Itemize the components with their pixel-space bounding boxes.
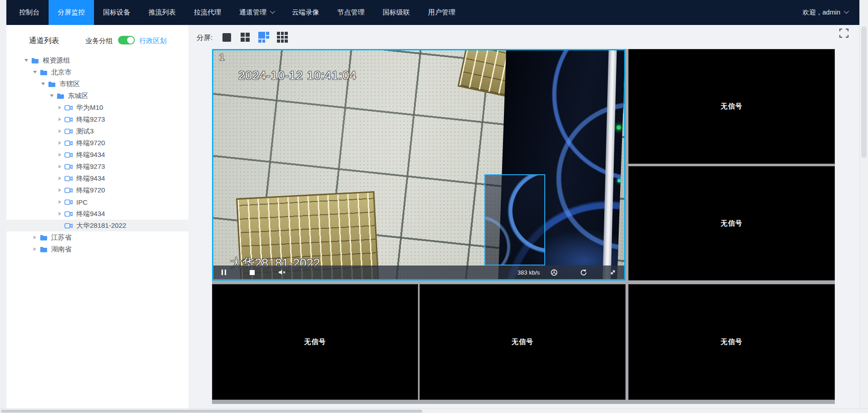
caret-collapsed-icon bbox=[59, 188, 61, 192]
tree-row[interactable]: 终端9273 bbox=[6, 161, 188, 172]
user-menu[interactable]: 欢迎，admin bbox=[803, 0, 859, 25]
split-mode-button[interactable] bbox=[240, 32, 251, 43]
nav-item[interactable]: 用户管理 bbox=[419, 0, 464, 25]
tree-row[interactable]: 湖南省 bbox=[6, 243, 188, 255]
caret-icon[interactable] bbox=[56, 165, 64, 168]
nav-item[interactable]: 拉流代理 bbox=[185, 0, 230, 25]
no-signal-label: 无信号 bbox=[304, 338, 326, 346]
video-cell-6[interactable]: 无信号 bbox=[628, 284, 835, 400]
node-icon-slot bbox=[64, 187, 73, 193]
split-mode-button[interactable] bbox=[258, 32, 269, 43]
nav-item[interactable]: 控制台 bbox=[10, 0, 49, 25]
nav-item[interactable]: 云端录像 bbox=[283, 0, 328, 25]
snapshot-button[interactable] bbox=[551, 269, 557, 276]
mute-icon bbox=[278, 270, 286, 275]
video-cell-2[interactable]: 无信号 bbox=[628, 49, 835, 164]
tree-row[interactable]: 北京市 bbox=[6, 66, 188, 78]
nav-item[interactable]: 通道管理 bbox=[230, 0, 283, 25]
caret-icon[interactable] bbox=[31, 247, 39, 251]
caret-icon[interactable] bbox=[56, 106, 64, 109]
video-cell-1[interactable]: 1 2024-10-12 10:41:04 大华28181-2022 bbox=[212, 49, 626, 280]
no-signal-label: 无信号 bbox=[512, 338, 533, 346]
fullscreen-button[interactable] bbox=[838, 28, 849, 39]
split-4-icon bbox=[241, 33, 250, 42]
tree-node-label: 市辖区 bbox=[59, 80, 80, 88]
tree-row[interactable]: 市辖区 bbox=[6, 78, 188, 90]
caret-icon[interactable] bbox=[56, 141, 64, 145]
split-9-icon bbox=[277, 32, 287, 42]
expand-button[interactable] bbox=[610, 269, 616, 275]
vertical-scrollbar[interactable] bbox=[859, 0, 868, 408]
nav-item[interactable]: 国标级联 bbox=[374, 0, 419, 25]
tree-row[interactable]: 华为M10 bbox=[6, 102, 188, 113]
horizontal-scrollbar-thumb[interactable] bbox=[1, 410, 422, 413]
tree-row[interactable]: 东城区 bbox=[6, 90, 188, 102]
node-icon-slot bbox=[39, 69, 48, 75]
node-icon-slot bbox=[64, 152, 73, 158]
caret-icon[interactable] bbox=[56, 153, 64, 157]
stop-button[interactable] bbox=[250, 270, 255, 275]
caret-icon[interactable] bbox=[56, 212, 64, 216]
caret-icon[interactable] bbox=[56, 129, 64, 133]
tree-node-label: 终端9273 bbox=[76, 162, 105, 171]
caret-icon[interactable] bbox=[56, 188, 64, 192]
mute-button[interactable] bbox=[278, 270, 286, 275]
camera-icon bbox=[64, 199, 73, 205]
nav-item[interactable]: 国标设备 bbox=[94, 0, 139, 25]
snapshot-icon bbox=[551, 269, 557, 276]
caret-icon[interactable] bbox=[56, 177, 64, 180]
nav-item-label: 分屏监控 bbox=[58, 8, 85, 17]
tree-row[interactable]: 终端9434 bbox=[6, 149, 188, 161]
tree-row[interactable]: 终端9434 bbox=[6, 208, 188, 220]
caret-icon[interactable] bbox=[31, 71, 39, 74]
tree-row[interactable]: 根资源组 bbox=[6, 54, 188, 66]
caret-icon[interactable] bbox=[31, 236, 39, 239]
nav-item[interactable]: 分屏监控 bbox=[49, 0, 94, 25]
node-icon-slot bbox=[64, 164, 73, 170]
refresh-button[interactable] bbox=[580, 269, 587, 276]
caret-icon[interactable] bbox=[48, 94, 55, 97]
node-icon-slot bbox=[64, 140, 73, 146]
node-icon-slot bbox=[64, 105, 73, 111]
caret-icon[interactable] bbox=[23, 59, 30, 62]
app-window: 控制台 分屏监控 国标设备 推流列表 拉流代理 通道管理 云端录像 bbox=[0, 0, 868, 413]
tree-node-label: 终端9720 bbox=[76, 186, 105, 195]
tree-row[interactable]: 终端9434 bbox=[6, 172, 188, 184]
video-frame bbox=[213, 50, 624, 279]
video-cell-5[interactable]: 无信号 bbox=[419, 284, 626, 400]
no-signal-label: 无信号 bbox=[721, 219, 743, 228]
tree-row[interactable]: IPC bbox=[6, 196, 188, 208]
tree-row[interactable]: 江苏省 bbox=[6, 231, 188, 243]
video-cell-4[interactable]: 无信号 bbox=[212, 284, 418, 400]
group-mode-toggle[interactable] bbox=[118, 36, 135, 44]
sidebar-title: 通道列表 bbox=[29, 36, 59, 46]
pause-button[interactable] bbox=[222, 270, 226, 275]
tree-row[interactable]: 终端9273 bbox=[6, 113, 188, 125]
caret-icon[interactable] bbox=[56, 200, 64, 204]
tree-node-label: 终端9434 bbox=[76, 151, 105, 159]
caret-icon[interactable] bbox=[39, 83, 47, 85]
node-icon-slot bbox=[47, 81, 56, 87]
tree-row[interactable]: 终端9720 bbox=[6, 137, 188, 149]
nav-item-label: 国标级联 bbox=[383, 8, 410, 17]
playback-controls bbox=[220, 270, 286, 275]
video-timestamp: 2024-10-12 10:41:04 bbox=[238, 69, 356, 83]
split-mode-button[interactable] bbox=[221, 32, 232, 43]
tree-row[interactable]: 大华28181-2022 bbox=[6, 220, 188, 231]
nav-item[interactable]: 推流列表 bbox=[139, 0, 185, 25]
channel-sidebar: 通道列表 业务分组 行政区划 根资源组 bbox=[6, 25, 188, 408]
tree-row[interactable]: 终端9720 bbox=[6, 184, 188, 196]
camera-icon bbox=[64, 223, 73, 229]
video-cell-3[interactable]: 无信号 bbox=[628, 166, 835, 280]
tree-node-label: 华为M10 bbox=[76, 103, 103, 112]
horizontal-scrollbar[interactable] bbox=[0, 408, 868, 413]
tree-row[interactable]: 测试3 bbox=[6, 125, 188, 137]
caret-icon[interactable] bbox=[56, 118, 64, 121]
tree-node-label: 东城区 bbox=[68, 92, 89, 100]
split-mode-button[interactable] bbox=[277, 32, 288, 43]
caret-expanded-icon bbox=[25, 59, 28, 62]
nav-item[interactable]: 节点管理 bbox=[328, 0, 374, 25]
vertical-scrollbar-thumb[interactable] bbox=[861, 26, 867, 158]
region-mode-label[interactable]: 行政区划 bbox=[139, 37, 167, 45]
left-edge-strip bbox=[0, 0, 6, 413]
